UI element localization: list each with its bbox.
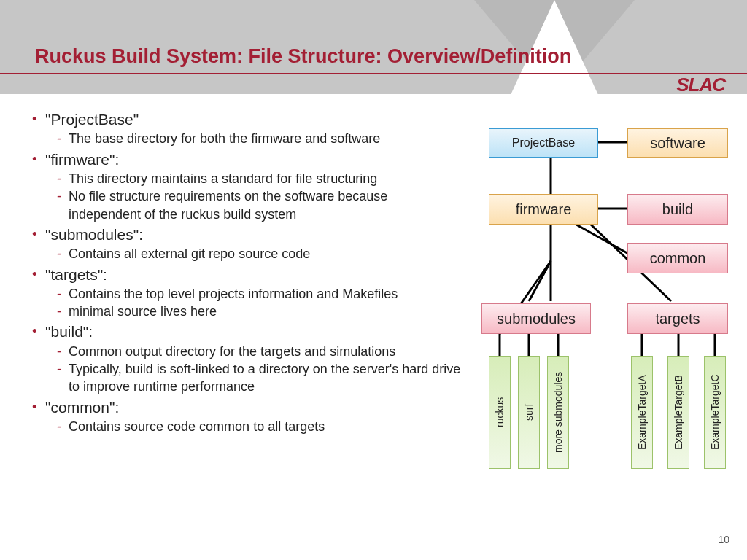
- svg-line-7: [576, 225, 631, 255]
- slide-title: Ruckus Build System: File Structure: Ove…: [35, 45, 571, 68]
- node-surf: surf: [518, 356, 540, 469]
- file-structure-diagram: ProjectBase software firmware build comm…: [474, 122, 737, 494]
- bullet-term: "ProjectBase": [45, 111, 139, 128]
- bullet-sub: Typically, build is soft-linked to a dir…: [55, 360, 463, 396]
- bullet-sub: minimal source lives here: [55, 303, 463, 320]
- bullet-item: "common":Contains source code common to …: [29, 397, 463, 436]
- node-example-c: ExampleTargetC: [704, 356, 726, 469]
- bullet-term: "firmware":: [45, 151, 119, 168]
- bullet-item: "ProjectBase"The base directory for both…: [29, 109, 463, 148]
- node-example-b: ExampleTargetB: [667, 356, 689, 469]
- bullet-sub: No file structure requirements on the so…: [55, 187, 463, 223]
- bullet-sub: The base directory for both the firmware…: [55, 130, 463, 147]
- svg-line-5: [529, 261, 551, 301]
- bullet-term: "submodules":: [45, 226, 143, 243]
- bullet-item: "build":Common output directory for the …: [29, 322, 463, 395]
- bullet-sub: Contains all external git repo source co…: [55, 245, 463, 262]
- bullet-term: "build":: [45, 323, 93, 340]
- node-software: software: [627, 128, 728, 158]
- bullet-item: "firmware":This directory maintains a st…: [29, 149, 463, 223]
- bullet-content: "ProjectBase"The base directory for both…: [29, 109, 463, 437]
- bullet-sub: This directory maintains a standard for …: [55, 170, 463, 187]
- node-more-submodules: more submodules: [547, 356, 569, 469]
- node-projectbase: ProjectBase: [489, 128, 598, 158]
- bullet-sub: Contains source code common to all targe…: [55, 418, 463, 435]
- bullet-sub: Common output directory for the targets …: [55, 343, 463, 360]
- node-targets: targets: [627, 303, 728, 334]
- node-firmware: firmware: [489, 194, 598, 225]
- page-number: 10: [718, 534, 729, 545]
- node-example-a: ExampleTargetA: [631, 356, 653, 469]
- title-underline: [0, 73, 747, 74]
- node-submodules: submodules: [481, 303, 591, 334]
- bullet-item: "submodules":Contains all external git r…: [29, 225, 463, 263]
- node-ruckus: ruckus: [489, 356, 511, 469]
- bullet-item: "targets":Contains the top level project…: [29, 265, 463, 321]
- node-common: common: [627, 243, 728, 273]
- bullet-sub: Contains the top level projects informat…: [55, 285, 463, 303]
- slac-logo: SLAC: [676, 74, 725, 96]
- bullet-term: "targets":: [45, 266, 107, 283]
- bullet-term: "common":: [45, 399, 119, 416]
- node-build: build: [627, 194, 728, 225]
